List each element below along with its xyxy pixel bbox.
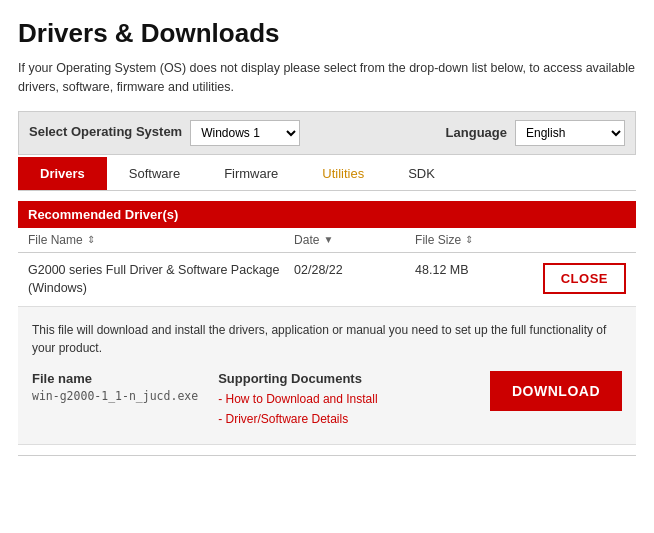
close-button[interactable]: CLOSE: [543, 263, 626, 294]
row-filename: G2000 series Full Driver & Software Pack…: [28, 261, 294, 299]
download-panel: This file will download and install the …: [18, 307, 636, 445]
filename-value: win-g2000-1_1-n_jucd.exe: [32, 389, 198, 403]
recommended-header: Recommended Driver(s): [18, 201, 636, 228]
tab-firmware[interactable]: Firmware: [202, 157, 300, 190]
os-select[interactable]: Windows 1: [190, 120, 300, 146]
page-description: If your Operating System (OS) does not d…: [18, 59, 636, 97]
download-button[interactable]: DOWNLOAD: [490, 371, 622, 411]
download-row: File name win-g2000-1_1-n_jucd.exe Suppo…: [32, 371, 622, 430]
filter-bar: Select Operating System Windows 1 Langua…: [18, 111, 636, 155]
download-description: This file will download and install the …: [32, 321, 622, 357]
language-label: Language: [446, 125, 507, 140]
doc-link-details[interactable]: - Driver/Software Details: [218, 409, 470, 429]
download-btn-wrap: DOWNLOAD: [490, 371, 622, 411]
tab-row: Drivers Software Firmware Utilities SDK: [18, 157, 636, 191]
row-date: 02/28/22: [294, 261, 415, 277]
tab-utilities[interactable]: Utilities: [300, 157, 386, 190]
language-select[interactable]: English: [515, 120, 625, 146]
col-filename-label: File Name: [28, 233, 83, 247]
supporting-docs: Supporting Documents - How to Download a…: [218, 371, 470, 430]
os-filter-label: Select Operating System: [29, 124, 182, 141]
bottom-divider: [18, 455, 636, 456]
doc-link-install[interactable]: - How to Download and Install: [218, 389, 470, 409]
file-info: File name win-g2000-1_1-n_jucd.exe: [32, 371, 198, 403]
file-label: File name: [32, 371, 198, 386]
size-sort-icon[interactable]: ⇕: [465, 234, 473, 245]
table-header: File Name ⇕ Date ▼ File Size ⇕: [18, 228, 636, 253]
tab-sdk[interactable]: SDK: [386, 157, 457, 190]
tab-software[interactable]: Software: [107, 157, 202, 190]
tab-drivers[interactable]: Drivers: [18, 157, 107, 190]
col-size-label: File Size: [415, 233, 461, 247]
supporting-label: Supporting Documents: [218, 371, 470, 386]
row-filesize: 48.12 MB: [415, 261, 536, 277]
col-date-label: Date: [294, 233, 319, 247]
table-row: G2000 series Full Driver & Software Pack…: [18, 253, 636, 308]
page-title: Drivers & Downloads: [18, 18, 636, 49]
date-sort-icon[interactable]: ▼: [323, 234, 333, 245]
filename-sort-icon[interactable]: ⇕: [87, 234, 95, 245]
